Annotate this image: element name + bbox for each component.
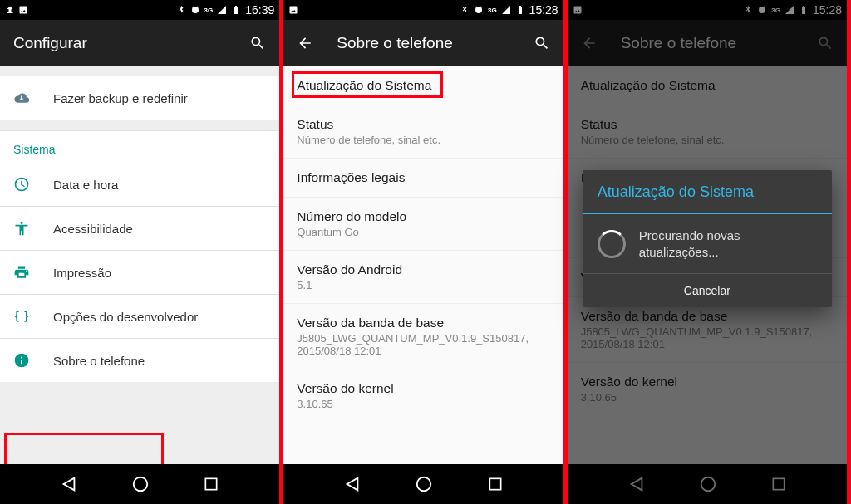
braces-icon — [13, 308, 30, 325]
item-developer-options[interactable]: Opções do desenvolvedor — [0, 295, 279, 338]
app-bar: Configurar — [0, 20, 279, 66]
entry-system-update[interactable]: Atualização do Sistema — [283, 66, 563, 105]
entry-title: Informações legais — [297, 170, 549, 185]
item-label: Data e hora — [53, 178, 118, 192]
svg-point-2 — [417, 477, 431, 492]
item-label: Opções do desenvolvedor — [53, 310, 198, 324]
upload-icon — [5, 5, 15, 15]
item-label: Impressão — [53, 266, 111, 280]
search-icon[interactable] — [534, 35, 550, 51]
battery-icon — [231, 5, 241, 15]
home-icon[interactable] — [415, 475, 433, 493]
item-about-phone[interactable]: Sobre o telefone — [0, 339, 279, 382]
signal-icon — [501, 5, 511, 15]
back-arrow-icon[interactable] — [297, 35, 313, 51]
nav-bar — [0, 464, 279, 504]
entry-model-number[interactable]: Número do modelo Quantum Go — [283, 198, 563, 251]
accessibility-icon — [13, 220, 30, 237]
entry-title: Versão do Android — [297, 262, 549, 277]
screen-about-phone: 3G 15:28 Sobre o telefone Atualização do… — [283, 0, 563, 504]
item-backup-reset[interactable]: Fazer backup e redefinir — [0, 76, 279, 120]
entry-title: Status — [297, 117, 549, 132]
bluetooth-icon — [460, 5, 470, 15]
signal-icon — [217, 5, 227, 15]
screen-update-dialog: 3G 15:28 Sobre o telefone Atualização do… — [568, 0, 847, 504]
entry-subtitle: 5.1 — [297, 279, 549, 291]
entry-title: Número do modelo — [297, 209, 549, 224]
entry-legal-info[interactable]: Informações legais — [283, 159, 563, 198]
cancel-button[interactable]: Cancelar — [583, 274, 832, 307]
alarm-icon — [190, 5, 200, 15]
entry-title: Atualização do Sistema — [297, 78, 549, 93]
recent-icon[interactable] — [487, 476, 504, 492]
entry-title: Versão da banda de base — [297, 316, 549, 330]
info-icon — [13, 352, 30, 369]
dialog-message: Procurando novas atualizações... — [639, 228, 817, 260]
status-bar: 3G 16:39 — [0, 0, 279, 20]
back-icon[interactable] — [343, 475, 362, 493]
alarm-icon — [474, 5, 484, 15]
item-printing[interactable]: Impressão — [0, 251, 279, 294]
svg-rect-1 — [206, 478, 217, 489]
status-bar: 3G 15:28 — [283, 0, 563, 20]
screen-settings: 3G 16:39 Configurar Fazer backup e redef… — [0, 0, 279, 504]
page-title: Sobre o telefone — [337, 34, 509, 52]
bluetooth-icon — [176, 5, 186, 15]
entry-android-version[interactable]: Versão do Android 5.1 — [283, 251, 563, 304]
dialog-title: Atualização do Sistema — [583, 170, 832, 214]
network-type: 3G — [204, 7, 214, 14]
nav-bar — [283, 464, 563, 504]
entry-subtitle: J5805_LWG_QUANTUM_MP_V0.1.9_S150817, 201… — [297, 332, 549, 357]
recent-icon[interactable] — [203, 476, 219, 492]
picture-icon — [18, 5, 28, 15]
entry-subtitle: Quantum Go — [297, 226, 549, 238]
search-icon[interactable] — [249, 35, 266, 51]
picture-icon — [288, 5, 298, 15]
item-date-time[interactable]: Data e hora — [0, 163, 279, 206]
app-bar: Sobre o telefone — [283, 20, 563, 66]
clock: 16:39 — [245, 3, 274, 17]
cloud-icon — [13, 90, 30, 106]
print-icon — [13, 264, 30, 281]
item-label: Sobre o telefone — [53, 354, 145, 368]
entry-subtitle: 3.10.65 — [297, 398, 549, 410]
page-title: Configurar — [13, 34, 226, 52]
network-type: 3G — [488, 7, 497, 14]
clock: 15:28 — [529, 3, 558, 17]
system-update-dialog: Atualização do Sistema Procurando novas … — [583, 170, 832, 307]
item-accessibility[interactable]: Acessibilidade — [0, 207, 279, 250]
section-sistema: Sistema — [0, 131, 279, 163]
svg-rect-3 — [489, 478, 500, 489]
about-content: Atualização do Sistema Status Número de … — [283, 66, 563, 464]
entry-subtitle: Número de telefone, sinal etc. — [297, 134, 549, 146]
item-label: Fazer backup e redefinir — [53, 91, 188, 105]
home-icon[interactable] — [131, 475, 150, 493]
spinner-icon — [598, 230, 626, 258]
entry-baseband-version[interactable]: Versão da banda de base J5805_LWG_QUANTU… — [283, 304, 563, 369]
highlight-about-phone — [4, 433, 164, 464]
battery-icon — [515, 5, 525, 15]
svg-point-0 — [134, 477, 148, 492]
clock-icon — [13, 176, 30, 193]
dialog-overlay: Atualização do Sistema Procurando novas … — [568, 0, 847, 504]
entry-title: Versão do kernel — [297, 381, 549, 396]
back-icon[interactable] — [60, 475, 78, 493]
entry-kernel-version[interactable]: Versão do kernel 3.10.65 — [283, 369, 563, 422]
settings-content: Fazer backup e redefinir Sistema Data e … — [0, 66, 279, 464]
item-label: Acessibilidade — [53, 222, 133, 236]
entry-status[interactable]: Status Número de telefone, sinal etc. — [283, 105, 563, 159]
